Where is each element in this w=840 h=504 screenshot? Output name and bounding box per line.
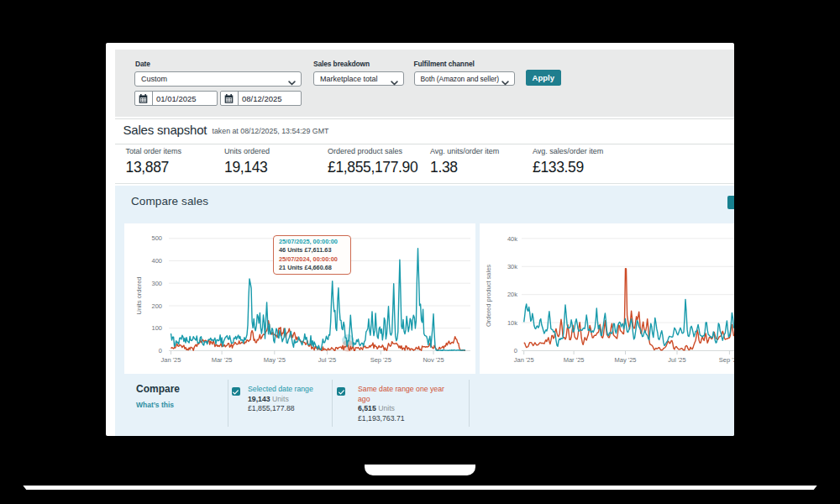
svg-text:Jan '25: Jan '25: [514, 356, 534, 364]
svg-text:20k: 20k: [507, 291, 517, 298]
svg-text:Sep '25: Sep '25: [370, 356, 391, 364]
svg-text:Jul '25: Jul '25: [668, 356, 685, 364]
svg-text:40k: 40k: [507, 235, 517, 243]
svg-text:400: 400: [151, 257, 162, 265]
svg-text:Units ordered: Units ordered: [135, 276, 143, 314]
svg-text:Sep '25: Sep '25: [719, 356, 734, 364]
svg-text:May '25: May '25: [614, 356, 636, 364]
svg-text:10k: 10k: [507, 319, 517, 327]
svg-text:May '25: May '25: [264, 356, 286, 364]
svg-text:500: 500: [151, 234, 162, 242]
svg-text:0: 0: [514, 347, 517, 354]
svg-text:Jan '25: Jan '25: [161, 356, 181, 364]
svg-text:Jul '25: Jul '25: [318, 356, 336, 364]
svg-text:Nov '25: Nov '25: [423, 356, 444, 364]
svg-text:30k: 30k: [507, 263, 517, 270]
svg-text:Ordered product sales: Ordered product sales: [485, 265, 492, 327]
svg-text:300: 300: [151, 280, 162, 287]
svg-text:Mar '25: Mar '25: [564, 356, 585, 364]
svg-text:Mar '25: Mar '25: [212, 356, 233, 364]
svg-text:200: 200: [151, 302, 162, 310]
svg-text:100: 100: [151, 324, 162, 332]
svg-text:0: 0: [159, 347, 162, 354]
